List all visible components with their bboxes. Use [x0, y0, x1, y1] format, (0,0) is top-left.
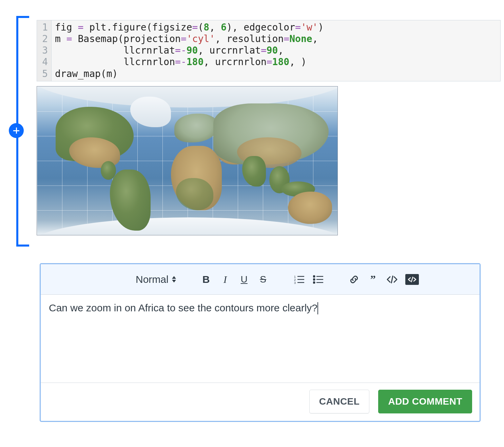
cell-output: [37, 86, 501, 235]
svg-point-9: [313, 278, 315, 280]
svg-line-15: [411, 277, 413, 282]
cancel-button[interactable]: CANCEL: [309, 390, 370, 413]
comment-textarea[interactable]: Can we zoom in on Africa to see the cont…: [41, 295, 480, 383]
format-label: Normal: [136, 274, 169, 285]
svg-marker-0: [172, 276, 176, 279]
output-world-map: [37, 86, 338, 235]
format-select-icon: [172, 276, 176, 283]
line-number: 3: [40, 45, 48, 56]
svg-line-14: [391, 276, 393, 283]
strike-button[interactable]: S: [257, 274, 269, 285]
line-number: 1: [40, 22, 48, 33]
link-button[interactable]: [348, 274, 360, 285]
notebook-content: 1 2 3 4 5 fig = plt.figure(figsize=(8, 6…: [37, 20, 501, 235]
unordered-list-button[interactable]: [312, 274, 324, 285]
comment-toolbar: Normal B I U S 1 2 3: [41, 264, 480, 295]
svg-marker-1: [172, 280, 176, 283]
code-button[interactable]: [386, 274, 398, 285]
line-number: 2: [40, 33, 48, 45]
line-number: 4: [40, 56, 48, 68]
comment-dialog: Normal B I U S 1 2 3: [40, 263, 481, 422]
add-comment-submit-button[interactable]: ADD COMMENT: [378, 390, 472, 413]
svg-point-8: [313, 275, 315, 277]
code-cell[interactable]: 1 2 3 4 5 fig = plt.figure(figsize=(8, 6…: [37, 20, 501, 81]
svg-point-10: [313, 281, 315, 283]
add-comment-button[interactable]: [9, 123, 24, 138]
ordered-list-button[interactable]: 1 2 3: [293, 274, 305, 285]
italic-button[interactable]: I: [219, 274, 231, 285]
line-number-gutter: 1 2 3 4 5: [37, 20, 52, 81]
comment-text: Can we zoom in on Africa to see the cont…: [49, 302, 317, 313]
heading-format-select[interactable]: Normal: [136, 274, 176, 285]
line-number: 5: [40, 68, 48, 80]
blockquote-button[interactable]: ”: [367, 274, 379, 285]
code-block-button[interactable]: [405, 274, 419, 285]
underline-button[interactable]: U: [238, 274, 250, 285]
bold-button[interactable]: B: [200, 274, 212, 285]
code-body[interactable]: fig = plt.figure(figsize=(8, 6), edgecol…: [52, 20, 500, 81]
comment-actions: CANCEL ADD COMMENT: [41, 383, 480, 421]
svg-text:3: 3: [294, 281, 296, 284]
